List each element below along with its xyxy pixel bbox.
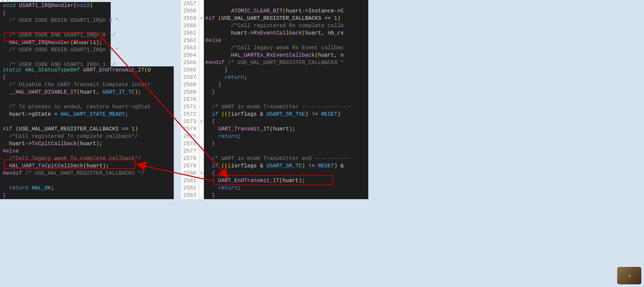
code-line[interactable]: {	[204, 170, 368, 177]
line-number: 2568	[181, 81, 199, 89]
code-line[interactable]: }	[0, 192, 174, 199]
line-number: 2557	[181, 0, 199, 7]
line-number: 2573	[181, 118, 199, 125]
fold-gutter	[199, 184, 204, 192]
code-line[interactable]	[0, 24, 111, 32]
code-line[interactable]	[204, 96, 368, 103]
code-line[interactable]: huart->gState = HAL_UART_STATE_READY;	[0, 111, 174, 118]
code-line[interactable]: }	[204, 89, 368, 96]
line-number: 2580	[181, 170, 199, 177]
code-line[interactable]: HAL_UART_TxCpltCallback(huart);	[0, 162, 174, 170]
code-line[interactable]: void USART1_IRQHandler(void)	[0, 2, 111, 9]
code-line[interactable]: /* USER CODE BEGIN USART1_IRQn 0 *	[0, 17, 111, 24]
line-number: 2567	[181, 74, 199, 81]
code-line[interactable]: __HAL_UART_DISABLE_IT(huart, UART_IT_TC)…	[0, 89, 174, 96]
fold-gutter	[199, 155, 204, 162]
code-line[interactable]: /* Disable the UART Transmit Complete In…	[0, 81, 174, 89]
code-line[interactable]: /*Call legacy weak Tx complete callback*…	[0, 155, 174, 162]
fold-gutter	[199, 7, 204, 15]
code-line[interactable]: #endif /* USE_HAL_UART_REGISTER_CALLBACK…	[204, 59, 368, 66]
code-line[interactable]: {	[0, 74, 174, 81]
code-line[interactable]: if (((isrflags & USART_SR_TXE) != RESET)	[204, 111, 368, 118]
fold-gutter	[199, 103, 204, 111]
line-number: 2572	[181, 111, 199, 118]
fold-gutter	[199, 37, 204, 44]
code-pane-bottom-left[interactable]: static HAL_StatusTypeDef UART_EndTransmi…	[0, 66, 174, 199]
code-line[interactable]: /*Call registered Rx complete callb	[204, 22, 368, 30]
fold-gutter	[199, 133, 204, 140]
code-line[interactable]: }	[204, 192, 368, 199]
code-line[interactable]: return;	[204, 184, 368, 192]
code-line[interactable]: /* Tx process is ended, restore huart->g…	[0, 103, 174, 111]
line-number: 2562	[181, 37, 199, 44]
code-line[interactable]: #if (USE_HAL_UART_REGISTER_CALLBACKS == …	[204, 15, 368, 22]
code-line[interactable]: }	[204, 140, 368, 148]
fold-gutter	[199, 192, 204, 199]
code-line[interactable]: /* USER CODE BEGIN USART1_IRQn 1 *	[0, 46, 111, 54]
code-line[interactable]: {	[0, 9, 111, 17]
code-pane-top-left[interactable]: void USART1_IRQHandler(void){ /* USER CO…	[0, 2, 111, 76]
avatar-thumbnail[interactable]: ✦	[617, 267, 641, 284]
code-line[interactable]: #else	[204, 37, 368, 44]
line-number: 2582	[181, 184, 199, 192]
fold-toggle-icon[interactable]: ⊟	[199, 15, 204, 22]
code-line[interactable]: huart->RxEventCallback(huart, nb_rx	[204, 30, 368, 37]
code-pane-right[interactable]: 2557255825592560256125622563256425652566…	[181, 0, 368, 199]
code-line[interactable]: HAL_UART_IRQHandler(&huart1);	[0, 39, 111, 46]
line-number: 2576	[181, 140, 199, 148]
code-line[interactable]: return HAL_OK;	[0, 184, 174, 192]
code-line[interactable]: #endif /* USE_HAL_UART_REGISTER_CALLBACK…	[0, 170, 174, 177]
line-number: 2570	[181, 96, 199, 103]
line-number: 2578	[181, 155, 199, 162]
code-line[interactable]: return;	[204, 74, 368, 81]
fold-gutter	[199, 111, 204, 118]
fold-gutter	[199, 30, 204, 37]
code-line[interactable]: {	[204, 118, 368, 125]
line-number: 2563	[181, 44, 199, 52]
line-number: 2558	[181, 7, 199, 15]
code-line[interactable]	[204, 0, 368, 7]
fold-gutter	[199, 0, 204, 7]
fold-toggle-icon[interactable]: ⊟	[199, 170, 204, 177]
code-line[interactable]	[0, 177, 174, 184]
code-line[interactable]: ATOMIC_CLEAR_BIT(huart->Instance->C	[204, 7, 368, 15]
code-line[interactable]: HAL_UARTEx_RxEventCallback(huart, n	[204, 52, 368, 59]
fold-gutter	[199, 140, 204, 148]
code-line[interactable]: /* USER CODE END USART1_IRQn 0 */	[0, 32, 111, 39]
line-number: 2577	[181, 148, 199, 155]
fold-gutter	[199, 96, 204, 103]
line-number: 2579	[181, 162, 199, 170]
fold-gutter	[199, 66, 204, 74]
line-number: 2581	[181, 177, 199, 184]
line-number: 2583	[181, 192, 199, 199]
line-number: 2575	[181, 133, 199, 140]
fold-gutter	[199, 52, 204, 59]
code-line[interactable]	[0, 54, 111, 61]
code-line[interactable]: /*Call registered Tx complete callback*/	[0, 133, 174, 140]
fold-gutter	[199, 74, 204, 81]
line-number: 2559	[181, 15, 199, 22]
code-line[interactable]: /*Call legacy weak Rx Event callbac	[204, 44, 368, 52]
code-line[interactable]: static HAL_StatusTypeDef UART_EndTransmi…	[0, 66, 174, 74]
code-line[interactable]: UART_Transmit_IT(huart);	[204, 125, 368, 133]
code-line[interactable]	[204, 148, 368, 155]
code-line[interactable]: /* UART in mode Transmitter ------------…	[204, 103, 368, 111]
fold-gutter	[199, 81, 204, 89]
code-line[interactable]: huart->TxCpltCallback(huart);	[0, 140, 174, 148]
code-line[interactable]: #else	[0, 148, 174, 155]
code-line[interactable]: if (((isrflags & USART_SR_TC) != RESET) …	[204, 162, 368, 170]
code-line[interactable]: return;	[204, 133, 368, 140]
fold-gutter	[199, 162, 204, 170]
code-line[interactable]: UART_EndTransmit_IT(huart);	[204, 177, 368, 184]
fold-gutter	[199, 89, 204, 96]
code-line[interactable]: #if (USE_HAL_UART_REGISTER_CALLBACKS == …	[0, 125, 174, 133]
code-line[interactable]	[0, 96, 174, 103]
fold-gutter	[199, 148, 204, 155]
code-line[interactable]: }	[204, 66, 368, 74]
fold-toggle-icon[interactable]: ⊟	[199, 118, 204, 125]
code-line[interactable]: /* UART in mode Transmitter end --------…	[204, 155, 368, 162]
code-line[interactable]: }	[204, 81, 368, 89]
fold-gutter	[199, 59, 204, 66]
code-line[interactable]	[0, 118, 174, 125]
line-number: 2566	[181, 66, 199, 74]
